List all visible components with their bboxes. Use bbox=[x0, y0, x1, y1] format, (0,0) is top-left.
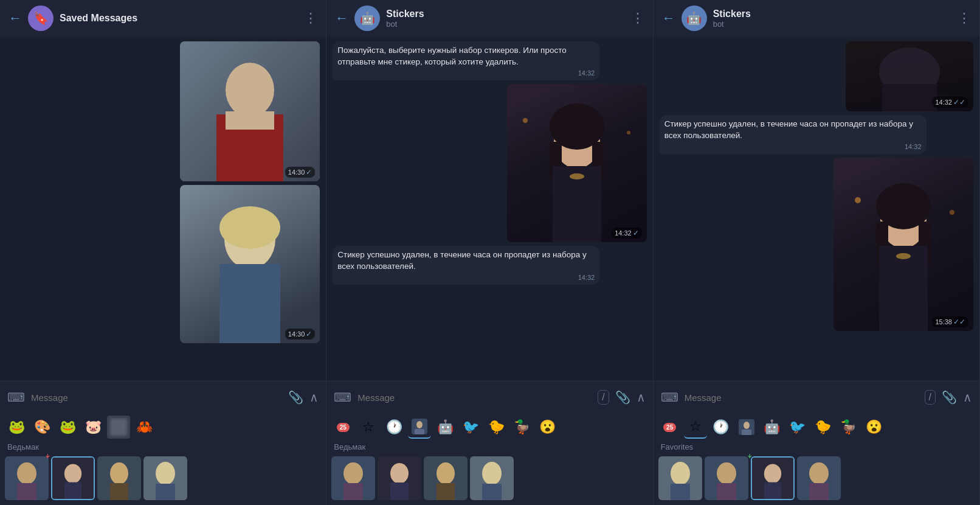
svg-rect-59 bbox=[742, 430, 751, 435]
svg-point-7 bbox=[219, 206, 280, 249]
sticker-tab-badge-1[interactable]: 25 bbox=[331, 416, 354, 439]
more-button[interactable]: ⋮ bbox=[304, 10, 317, 26]
svg-rect-8 bbox=[219, 264, 280, 343]
sticker-tab-chick-3[interactable]: 🐤 bbox=[812, 416, 835, 439]
sticker-thumb-2-4[interactable] bbox=[470, 456, 514, 500]
person-svg bbox=[180, 41, 320, 181]
stickers-header-1: ← 🤖 Stickers bot ⋮ bbox=[326, 0, 652, 37]
chat-title-2: Stickers bbox=[386, 9, 624, 19]
sticker-thumb-2-1[interactable] bbox=[331, 456, 375, 500]
message-input[interactable] bbox=[31, 392, 282, 403]
image-container-3: 14:32 ✓ bbox=[507, 84, 647, 242]
more-button-3[interactable]: ⋮ bbox=[958, 10, 971, 26]
sticker-tab-bot-2[interactable]: 🤖 bbox=[433, 416, 457, 439]
sticker-tabs-3: 25 ☆ 🕐 🤖 🐦 🐤 🦆 😮 bbox=[654, 413, 979, 441]
svg-point-37 bbox=[390, 463, 409, 484]
section-label-1: Ведьмак bbox=[0, 441, 326, 454]
sticker-panel-1: ⌨ 📎 ∧ 🐸 🎨 🐸 🐷 🦀 Ведьмак ↓ bbox=[0, 381, 326, 505]
time-text-large: 15:38 bbox=[935, 318, 952, 326]
section-label-2: Ведьмак bbox=[326, 441, 652, 454]
sticker-thumb-4[interactable] bbox=[143, 456, 187, 500]
sticker-tab-chick-2[interactable]: 🐤 bbox=[485, 416, 508, 439]
chat-body-saved: 14:30 ✓ bbox=[0, 37, 326, 381]
chat-subtitle-2: bot bbox=[386, 19, 624, 29]
panel-saved: ← 🔖 Saved Messages ⋮ bbox=[0, 0, 326, 505]
svg-point-29 bbox=[570, 173, 584, 179]
sticker-tab-bot-3[interactable]: 🤖 bbox=[761, 416, 784, 439]
sticker-tab-duck-2[interactable]: 🦆 bbox=[510, 416, 533, 439]
sticker-thumb-3-2[interactable] bbox=[705, 456, 748, 500]
time-text-2: 14:30 bbox=[288, 330, 305, 338]
sticker-tab-star-3[interactable]: ☆ bbox=[684, 416, 707, 439]
header-info: Saved Messages bbox=[60, 13, 298, 24]
avatar: 🔖 bbox=[28, 5, 53, 31]
message-image-1: 14:30 ✓ bbox=[180, 41, 320, 181]
sticker-tab-art[interactable]: 🎨 bbox=[30, 416, 53, 439]
back-button[interactable]: ← bbox=[9, 10, 22, 26]
keyboard-icon-3[interactable]: ⌨ bbox=[661, 390, 678, 405]
sticker-tab-bird-3[interactable]: 🐦 bbox=[786, 416, 809, 439]
svg-rect-4 bbox=[226, 111, 274, 130]
expand-icon-2[interactable]: ∧ bbox=[637, 390, 646, 405]
attach-icon-2[interactable]: 📎 bbox=[615, 390, 630, 405]
svg-rect-11 bbox=[17, 483, 36, 500]
svg-point-50 bbox=[950, 210, 954, 215]
sticker-tab-clock-2[interactable]: 🕐 bbox=[382, 416, 405, 439]
back-button-2[interactable]: ← bbox=[335, 10, 348, 26]
sticker-tab-crab[interactable]: 🦀 bbox=[133, 416, 156, 439]
sticker-tab-clock-3[interactable]: 🕐 bbox=[709, 416, 733, 439]
message-input-3[interactable] bbox=[685, 392, 919, 403]
sticker-thumb-2-2[interactable] bbox=[378, 456, 421, 500]
keyboard-icon[interactable]: ⌨ bbox=[7, 390, 25, 405]
sticker-tab-frog2[interactable]: 🐸 bbox=[56, 416, 79, 439]
sticker-thumb-3-4[interactable] bbox=[797, 456, 841, 500]
svg-rect-35 bbox=[343, 483, 363, 500]
message-image-large: 15:38 ✓✓ bbox=[833, 158, 973, 331]
expand-icon-3[interactable]: ∧ bbox=[963, 390, 972, 405]
sticker-thumb-2[interactable] bbox=[51, 456, 95, 500]
sticker-thumb-3-1[interactable] bbox=[658, 456, 702, 500]
input-row-3: ⌨ / 📎 ∧ bbox=[654, 381, 979, 413]
svg-point-22 bbox=[523, 118, 528, 123]
sticker-tab-bird-2[interactable]: 🐦 bbox=[459, 416, 482, 439]
avatar-3: 🤖 bbox=[682, 5, 707, 31]
cmd-icon-3[interactable]: / bbox=[925, 390, 936, 405]
sticker-tab-owl-2[interactable]: 😮 bbox=[536, 416, 559, 439]
cmd-icon-2[interactable]: / bbox=[598, 390, 609, 405]
avatar-2: 🤖 bbox=[354, 5, 380, 31]
sticker-tab-blur[interactable] bbox=[107, 416, 130, 439]
more-button-2[interactable]: ⋮ bbox=[631, 10, 644, 26]
saved-header: ← 🔖 Saved Messages ⋮ bbox=[0, 0, 326, 37]
back-button-3[interactable]: ← bbox=[662, 10, 675, 26]
red-arrow: ↓ bbox=[44, 454, 52, 462]
message-image-sent: 14:32 ✓ bbox=[507, 84, 647, 242]
image-container-2: 14:30 ✓ bbox=[180, 185, 320, 343]
sticker-tab-frog1[interactable]: 🐸 bbox=[5, 416, 28, 439]
svg-rect-65 bbox=[717, 483, 736, 500]
message-input-2[interactable] bbox=[357, 392, 592, 403]
sticker-grid-2 bbox=[326, 454, 652, 505]
message-text-in-1: Пожалуйста, выберите нужный набор стикер… bbox=[333, 41, 599, 80]
person-image bbox=[180, 41, 320, 181]
sticker-thumb-3-3[interactable] bbox=[751, 456, 795, 500]
expand-icon[interactable]: ∧ bbox=[309, 390, 319, 405]
message-time-3: 14:32 bbox=[664, 143, 922, 150]
sticker-tab-star-2[interactable]: ☆ bbox=[357, 416, 380, 439]
check-icon-top: ✓✓ bbox=[953, 98, 965, 106]
sticker-tab-pig[interactable]: 🐷 bbox=[81, 416, 105, 439]
check-icon-large: ✓✓ bbox=[953, 318, 965, 326]
svg-point-23 bbox=[627, 131, 630, 134]
sticker-thumb-2-3[interactable] bbox=[424, 456, 468, 500]
sticker-grid-1: ↓ bbox=[0, 454, 326, 505]
sticker-tab-badge-3[interactable]: 25 bbox=[658, 416, 682, 439]
sticker-tab-owl-3[interactable]: 😮 bbox=[863, 416, 886, 439]
sticker-thumb-1[interactable] bbox=[5, 456, 49, 500]
attach-icon[interactable]: 📎 bbox=[288, 390, 303, 405]
check-icon: ✓ bbox=[306, 168, 312, 176]
sticker-tab-duck-3[interactable]: 🦆 bbox=[837, 416, 860, 439]
sticker-tab-person-3[interactable] bbox=[735, 416, 758, 439]
sticker-tab-active-2[interactable] bbox=[408, 416, 431, 439]
sticker-thumb-3[interactable] bbox=[97, 456, 141, 500]
attach-icon-3[interactable]: 📎 bbox=[942, 390, 957, 405]
keyboard-icon-2[interactable]: ⌨ bbox=[334, 390, 351, 405]
